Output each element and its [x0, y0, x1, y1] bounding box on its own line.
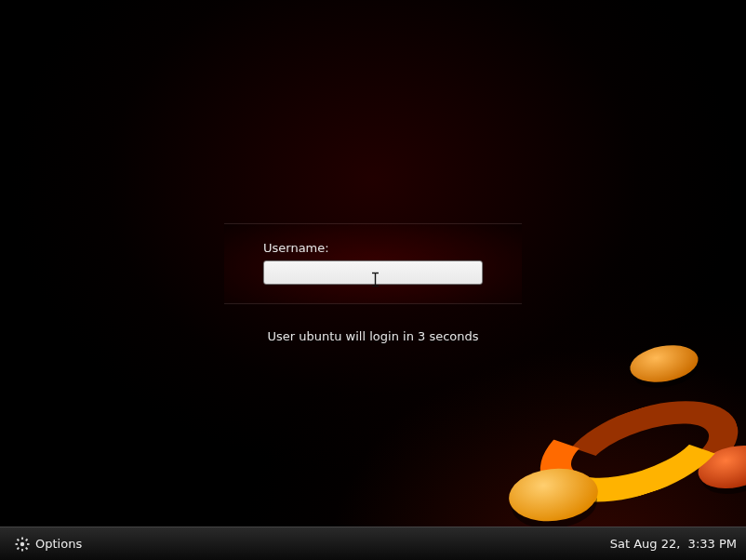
svg-line-6 — [26, 547, 28, 549]
username-label: Username: — [263, 241, 483, 255]
svg-line-7 — [18, 547, 20, 549]
bottom-panel: Options Sat Aug 22, 3:33 PM — [0, 527, 746, 560]
svg-line-5 — [18, 539, 20, 540]
gear-icon — [15, 537, 30, 552]
username-input[interactable] — [263, 260, 483, 285]
login-screen: Username: User ubuntu will login in 3 se… — [0, 0, 746, 560]
login-panel: Username: — [224, 223, 522, 304]
svg-point-0 — [20, 541, 24, 545]
autologin-status: User ubuntu will login in 3 seconds — [0, 329, 746, 343]
svg-line-8 — [26, 539, 28, 540]
clock: Sat Aug 22, 3:33 PM — [610, 537, 737, 551]
options-button[interactable]: Options — [9, 533, 87, 555]
options-label: Options — [35, 537, 82, 551]
